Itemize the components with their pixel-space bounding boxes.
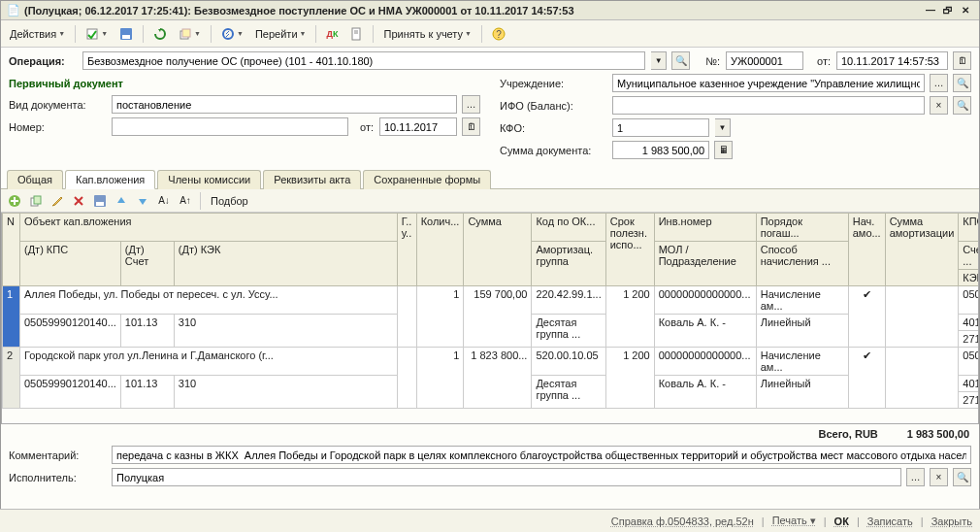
kfo-dropdown[interactable]: ▼ (715, 118, 731, 137)
table-row[interactable]: 1 Аллея Победы, ул. Победы от пересеч. с… (3, 286, 980, 315)
goto-menu[interactable]: Перейти▼ (250, 23, 311, 45)
link-icon[interactable]: ▼ (216, 23, 248, 45)
data-grid[interactable]: N Объект кап.вложения Г.. у.. Колич... С… (1, 213, 979, 424)
print-button[interactable]: Печать ▾ (772, 515, 816, 527)
col-acc[interactable]: Счет учета ... (959, 242, 979, 270)
save-grid-icon[interactable] (90, 191, 110, 211)
col-pay[interactable]: Порядок погаш... (756, 214, 848, 242)
refresh-icon[interactable] (148, 23, 172, 45)
total-row: Всего, RUB 1 983 500,00 (1, 424, 979, 442)
executor-clear-icon[interactable]: × (930, 468, 948, 486)
window-title: (Полуцкая; 06.12.2017 17:25:41): Безвозм… (24, 5, 574, 17)
copy-icon[interactable]: ▼ (174, 23, 206, 45)
executor-label: Исполнитель: (9, 472, 106, 483)
sum-calc-icon[interactable]: 🖩 (714, 141, 733, 159)
col-g[interactable]: Г.. у.. (397, 214, 416, 286)
col-dtkps[interactable]: (Дт) КПС (20, 242, 121, 286)
col-inv[interactable]: Инв.номер (654, 214, 756, 242)
close-button[interactable]: ✕ (958, 4, 973, 17)
col-kekacc[interactable]: КЭК счета ... (959, 270, 979, 286)
title-bar: 📄 (Полуцкая; 06.12.2017 17:25:41): Безво… (1, 1, 979, 20)
date-from-picker-icon[interactable]: 🗓 (462, 117, 480, 136)
col-n[interactable]: N (3, 214, 20, 286)
comment-label: Комментарий: (9, 449, 106, 461)
minimize-button[interactable]: — (923, 4, 938, 17)
tab-commission[interactable]: Члены комиссии (157, 170, 261, 189)
tab-general[interactable]: Общая (7, 170, 63, 189)
col-obj[interactable]: Объект кап.вложения (20, 214, 398, 242)
date-from-input[interactable] (379, 117, 457, 136)
col-dtkek[interactable]: (Дт) КЭК (174, 242, 397, 286)
primary-section-header: Первичный документ (9, 78, 480, 89)
col-sum[interactable]: Сумма (464, 214, 532, 286)
ok-button[interactable]: ОК (834, 515, 849, 527)
actions-menu[interactable]: Действия▼ (5, 23, 70, 45)
svg-point-5 (223, 29, 233, 39)
help-icon[interactable]: ? (487, 23, 510, 45)
operation-input[interactable] (82, 51, 645, 70)
date-picker-icon[interactable]: 🗓 (953, 51, 971, 70)
sort-desc-icon[interactable]: A↑ (176, 191, 195, 211)
operation-search-icon[interactable]: 🔍 (671, 51, 690, 70)
grid-toolbar: A↓ A↑ Подбор (1, 189, 979, 213)
copy-row-icon[interactable] (26, 191, 46, 211)
executor-input[interactable] (112, 468, 901, 486)
tab-kapvlozhenia[interactable]: Кап.вложения (65, 170, 155, 189)
kfo-input[interactable] (612, 118, 709, 137)
col-amway[interactable]: Способ начисления ... (756, 242, 848, 286)
col-amgrp[interactable]: Амортизац. группа (532, 242, 605, 286)
number-input[interactable] (112, 117, 348, 136)
tab-act-details[interactable]: Реквизиты акта (263, 170, 361, 189)
executor-select-icon[interactable]: … (906, 468, 925, 486)
col-life[interactable]: Срок полезн. испо... (605, 214, 654, 286)
inst-search-icon[interactable]: 🔍 (953, 74, 971, 92)
doc-type-select-icon[interactable]: … (462, 95, 480, 114)
total-label: Всего, RUB (818, 428, 877, 440)
post-icon[interactable]: ▼ (81, 23, 113, 45)
edit-row-icon[interactable] (48, 191, 67, 211)
move-down-icon[interactable] (133, 191, 152, 211)
save-button[interactable]: Записать (867, 515, 913, 527)
app-icon: 📄 (7, 4, 20, 17)
ifo-clear-icon[interactable]: × (930, 96, 948, 115)
executor-search-icon[interactable]: 🔍 (953, 468, 971, 486)
kfo-label: КФО: (500, 122, 606, 134)
restore-button[interactable]: 🗗 (940, 4, 956, 17)
num-input[interactable] (726, 51, 803, 70)
from-label: от: (817, 55, 831, 67)
ref-link[interactable]: Справка ф.0504833, ред.52н (611, 515, 754, 527)
delete-row-icon[interactable] (69, 191, 88, 211)
col-okof[interactable]: Код по ОК... (532, 214, 605, 242)
ifo-search-icon[interactable]: 🔍 (953, 96, 971, 115)
col-namo[interactable]: Нач. амо... (848, 214, 885, 286)
doc-type-input[interactable] (112, 95, 457, 114)
podbor-button[interactable]: Подбор (206, 190, 253, 212)
ifo-input[interactable] (612, 96, 925, 115)
col-dtacc[interactable]: (Дт) Счет (120, 242, 174, 286)
move-up-icon[interactable] (112, 191, 131, 211)
comment-input[interactable] (112, 446, 971, 464)
col-sumam[interactable]: Сумма амортизации (885, 214, 959, 286)
num-label: №: (705, 55, 720, 67)
inst-input[interactable] (612, 74, 925, 92)
add-row-icon[interactable] (5, 191, 24, 211)
total-value: 1 983 500,00 (907, 428, 969, 440)
svg-rect-4 (182, 29, 190, 37)
save-icon[interactable] (114, 23, 138, 45)
col-qty[interactable]: Колич... (416, 214, 464, 286)
close-button-bottom[interactable]: Закрыть (931, 515, 972, 527)
svg-text:?: ? (496, 29, 502, 40)
col-kpsacc[interactable]: КПС счета ... (959, 214, 979, 242)
sum-input[interactable] (612, 141, 709, 159)
sort-asc-icon[interactable]: A↓ (154, 191, 174, 211)
inst-select-icon[interactable]: … (930, 74, 948, 92)
dtkt-icon[interactable]: ДК (321, 23, 343, 45)
date-input[interactable] (836, 51, 948, 70)
col-mol[interactable]: МОЛ / Подразделение (654, 242, 756, 286)
accept-button[interactable]: Принять к учету▼ (378, 23, 475, 45)
tab-saved-forms[interactable]: Сохраненные формы (363, 170, 491, 189)
main-toolbar: Действия▼ ▼ ▼ ▼ Перейти▼ ДК Принять к уч… (1, 20, 979, 48)
operation-dropdown[interactable]: ▼ (651, 51, 667, 70)
table-row[interactable]: 2 Городской парк угол ул.Ленина и Г.Дама… (3, 348, 980, 376)
doc-icon[interactable] (344, 23, 368, 45)
